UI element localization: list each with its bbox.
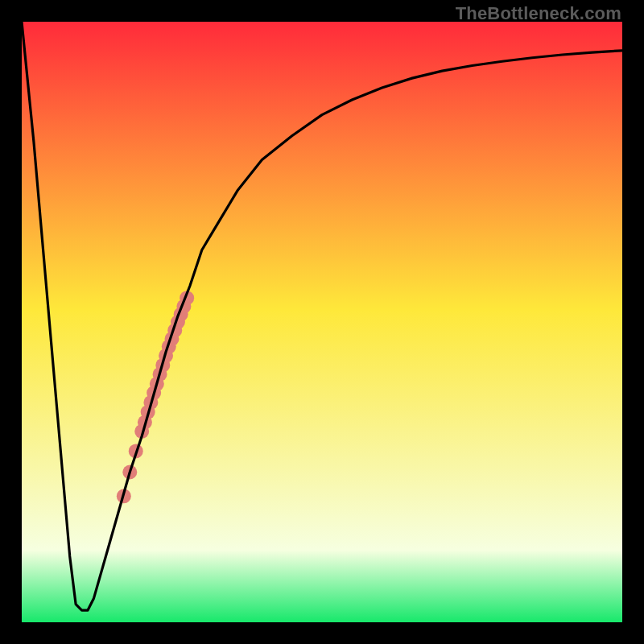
chart-svg [22,22,622,622]
chart-frame [22,22,622,622]
watermark-text: TheBottleneck.com [456,3,621,24]
